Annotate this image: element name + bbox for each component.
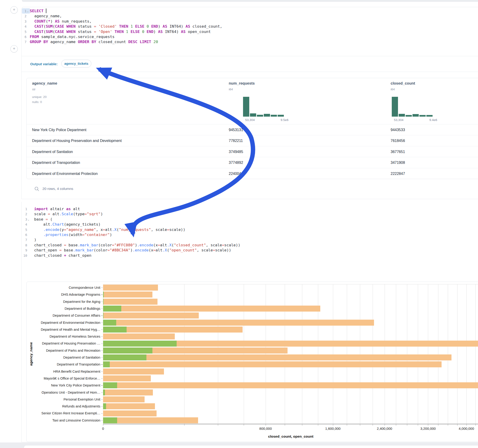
code-token: num_requests, (59, 19, 92, 24)
code-token: agency_name (48, 40, 78, 44)
code-token: CAST (34, 24, 44, 29)
gridline (184, 284, 184, 424)
fold-chevron-icon[interactable]: ⌄ (27, 217, 30, 222)
table-row[interactable]: Department of Housing Preservation and D… (26, 135, 478, 146)
line-number: 4 (22, 222, 27, 227)
code-token (64, 30, 66, 34)
line-number: 1 (22, 8, 26, 14)
code-token: closed_count (96, 40, 128, 44)
table-row[interactable]: Department of Environmental Protection22… (26, 168, 478, 179)
code-line[interactable]: alt.Chart(agency_tickets) (34, 222, 101, 227)
code-token: = (94, 30, 96, 34)
code-token: END (147, 30, 154, 34)
code-line[interactable]: chart_open = base.mark_bar(color="#8BC34… (34, 248, 231, 253)
y-axis-label: Refunds and Adjustments (29, 403, 100, 410)
code-token: WHEN (66, 24, 76, 29)
code-line[interactable]: GROUP BY agency_name ORDER BY closed_cou… (30, 39, 158, 44)
code-line[interactable]: import altair as alt (34, 206, 80, 212)
fold-chevron-icon[interactable]: ⌄ (27, 9, 29, 14)
cell-divider (22, 56, 478, 56)
histogram-bar[interactable] (250, 113, 256, 117)
code-token: 1 (131, 24, 133, 29)
y-axis-tick (101, 378, 103, 379)
histogram-bar[interactable] (406, 115, 412, 117)
bar-open-count (103, 417, 117, 423)
add-cell-button-middle[interactable]: + (10, 45, 18, 53)
x-axis-tick-label: 0 (102, 427, 104, 430)
add-cell-button-top[interactable]: + (10, 6, 18, 14)
code-token: base (66, 243, 78, 247)
code-token: .X (162, 248, 167, 252)
code-line[interactable]: CAST(SUM(CASE WHEN status = 'Open' THEN … (30, 29, 211, 34)
gridline (396, 284, 396, 424)
line-number: 4 (22, 24, 26, 29)
x-axis-tick (318, 424, 318, 426)
code-line[interactable]: SELECT (30, 8, 46, 14)
code-token: alt (71, 207, 80, 211)
histogram-bar[interactable] (257, 115, 263, 117)
histogram-bar[interactable] (264, 114, 270, 117)
code-token: ) (130, 248, 132, 252)
search-icon[interactable] (34, 187, 39, 192)
code-line[interactable]: chart_closed = base.mark_bar(color="#FFC… (34, 243, 240, 248)
code-line[interactable]: ) (34, 237, 37, 243)
code-token: INT64) (163, 30, 181, 34)
code-token: ( (53, 24, 55, 29)
code-token: SELECT (30, 9, 44, 13)
column-header[interactable]: closed_count (391, 81, 415, 86)
code-line[interactable]: base = ( (34, 217, 52, 222)
code-token: .encode (137, 243, 153, 247)
code-token: = (213, 248, 215, 252)
code-line[interactable]: COUNT(*) AS num_requests, (30, 19, 92, 24)
histogram-bar[interactable] (392, 97, 398, 117)
code-line[interactable]: FROM sample_data.nyc.service_requests (30, 34, 115, 39)
histogram-bar[interactable] (399, 114, 405, 117)
bar-closed-count (103, 382, 478, 388)
code-token: 1 (126, 30, 128, 34)
histogram-bar[interactable] (271, 115, 277, 117)
x-axis-tick (385, 424, 385, 426)
x-axis-tick (466, 424, 467, 426)
histogram-bar[interactable] (413, 114, 419, 117)
cell-agency-name: New York City Police Department (32, 124, 87, 135)
x-axis-title: closed_count, open_count (268, 434, 313, 439)
code-token: agency_name, (30, 14, 62, 18)
cell-agency-name: Department of Sanitation (32, 146, 73, 157)
x-axis-tick (428, 424, 428, 426)
histogram-bar[interactable] (419, 115, 426, 117)
sql-code-editor[interactable]: 1⌄SELECT 2 agency_name,3 COUNT(*) AS num… (22, 7, 478, 56)
code-token (117, 24, 119, 29)
code-token: = (158, 243, 160, 247)
column-header[interactable]: num_requests (229, 81, 255, 86)
code-token (30, 19, 34, 24)
cell-value: 9443533 (391, 124, 405, 135)
y-axis-tick (101, 309, 103, 309)
code-line[interactable]: chart_closed + chart_open (34, 253, 91, 258)
code-token: = (167, 227, 169, 232)
histogram-bar[interactable] (243, 97, 249, 117)
code-line[interactable]: CAST(SUM(CASE WHEN status = 'Closed' THE… (30, 24, 222, 29)
code-line[interactable]: scale = alt.Scale(type="sqrt") (34, 212, 103, 217)
code-token: = (64, 227, 66, 232)
table-row[interactable]: Department of Transportation377489234719… (26, 157, 478, 168)
code-line[interactable]: .encode(y="agency_name", x=alt.X("num_re… (34, 227, 185, 232)
y-axis-label: Operations Unit - Department of Hom… (29, 389, 100, 396)
code-token: (y (59, 227, 64, 232)
histogram-bar[interactable] (278, 115, 284, 117)
y-axis-label: Personal Exemption Unit (29, 396, 100, 403)
table-row[interactable]: Department of Sanitation37494853677651 (26, 146, 478, 157)
code-line[interactable]: .properties(width="container") (34, 232, 112, 237)
table-row[interactable]: New York City Police Department945313194… (26, 124, 478, 135)
column-header[interactable]: agency_name (32, 81, 57, 86)
gridline (438, 284, 438, 424)
code-line[interactable]: agency_name, (30, 14, 62, 19)
code-token: = (153, 248, 156, 252)
code-token: base (34, 217, 46, 221)
output-variable-input[interactable]: agency_tickets (61, 60, 91, 68)
histogram-bar[interactable] (426, 115, 433, 117)
code-token: CASE (55, 24, 64, 29)
x-axis-tick-label: 3,200,000 (420, 427, 436, 430)
python-code-editor[interactable]: 1import altair as alt2scale = alt.Scale(… (22, 202, 478, 262)
code-token (30, 30, 34, 34)
code-token: FROM (30, 35, 39, 39)
